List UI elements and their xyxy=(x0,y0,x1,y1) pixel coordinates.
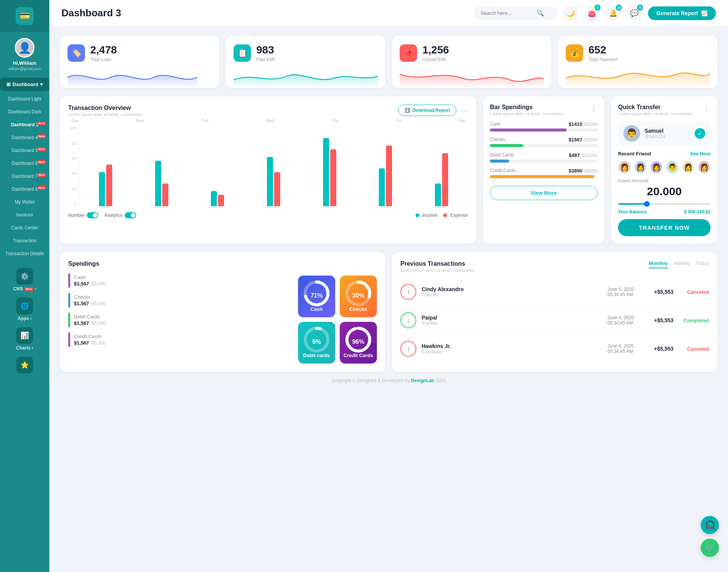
wallet-btn[interactable]: 👛 2 xyxy=(584,6,599,21)
transfer-check-icon[interactable]: ✓ xyxy=(695,128,705,139)
sidebar-item-cards-center[interactable]: Cards Center xyxy=(0,221,49,234)
analytics-toggle[interactable] xyxy=(125,212,136,218)
new-badge: New xyxy=(37,134,46,138)
credit-amount: $3890 xyxy=(569,168,582,174)
tab-today[interactable]: Today xyxy=(696,260,709,268)
transfer-user-handle: @sam224 xyxy=(645,134,665,139)
friend-avatar-3[interactable]: 👩 xyxy=(650,160,663,174)
chevron-right-icon: › xyxy=(35,286,36,291)
prev-transactions-title: Previous Transactions xyxy=(400,260,475,267)
sidebar-section-star: ⭐ xyxy=(0,354,49,378)
cms-label[interactable]: CMS New › xyxy=(13,286,36,291)
cash-color-bar xyxy=(68,273,70,288)
friend-avatar-4[interactable]: 👨 xyxy=(666,160,679,174)
txn-amount-1: +$5,553 xyxy=(647,317,673,323)
search-bar[interactable]: 🔍 xyxy=(474,6,557,20)
txn-type-2: Cashback xyxy=(422,349,451,354)
sidebar-logo: 💳 xyxy=(0,0,49,32)
debit-tile-pct: 5% xyxy=(312,338,321,345)
tab-monthly[interactable]: Monthly xyxy=(649,260,668,268)
credit-tile-pct: 96% xyxy=(352,338,364,345)
bar-red xyxy=(106,165,112,206)
support-float-btn[interactable]: 🎧 xyxy=(701,516,719,534)
moon-btn[interactable]: 🌙 xyxy=(563,6,578,21)
income-dot xyxy=(416,213,419,217)
avatar: 👤 xyxy=(15,38,35,58)
sidebar-item-dashboard7[interactable]: Dashboard 7 New xyxy=(0,170,49,183)
friend-avatar-2[interactable]: 👩 xyxy=(634,160,647,174)
stat-card-total-payment: 💰 652 Total Payment xyxy=(558,36,717,88)
sidebar-item-my-wallet[interactable]: My Wallet xyxy=(0,196,49,208)
quick-transfer-more-icon[interactable]: ⋮ xyxy=(703,104,711,113)
spending-row-credit: Credit Cards $3890 /$4000 xyxy=(490,168,598,178)
sidebar-item-invoices[interactable]: Invoices xyxy=(0,208,49,221)
middle-row: Transaction Overview Lorem ipsum dolor s… xyxy=(60,96,717,244)
apps-label[interactable]: Apps › xyxy=(18,316,32,321)
bar-group-tue xyxy=(211,191,224,206)
headset-icon: 🎧 xyxy=(705,520,715,530)
txn-amount-0: +$5,553 xyxy=(647,289,673,295)
star-icon-btn[interactable]: ⭐ xyxy=(16,357,33,373)
transaction-overview-subtitle: Lorem ipsum dolor sit amet, consectetur xyxy=(68,112,143,117)
apps-icon-btn[interactable]: 🌐 xyxy=(16,298,33,314)
analytics-legend-label: Analytics xyxy=(104,213,122,218)
debit-item-amount: $1,567 xyxy=(74,320,89,326)
logo-icon[interactable]: 💳 xyxy=(16,7,34,25)
sidebar-item-dashboard5[interactable]: Dashboard 5 New xyxy=(0,144,49,157)
bar-group-sun xyxy=(99,165,112,206)
debit-label: Debit Cards xyxy=(490,152,514,158)
bar-red xyxy=(442,153,448,206)
dashboard-menu-btn[interactable]: ⊞ Dashboard ▾ xyxy=(0,78,49,91)
cash-label: Cash xyxy=(490,121,500,127)
sidebar-item-dashboard6[interactable]: Dashboard 6 New xyxy=(0,157,49,170)
sidebar-item-transaction-details[interactable]: Transaction Details xyxy=(0,247,49,260)
transfer-now-button[interactable]: TRANSFER NOW xyxy=(618,219,711,236)
txn-type-0: Transfer xyxy=(422,292,464,298)
cms-icon-btn[interactable]: ⚙️ xyxy=(16,268,33,285)
friend-avatar-5[interactable]: 👩 xyxy=(682,160,695,174)
prev-transactions-card: Previous Transactions Lorem ipsum dolor … xyxy=(392,252,717,372)
number-toggle[interactable] xyxy=(87,212,98,218)
see-more-link[interactable]: See More xyxy=(690,151,711,157)
bar-group-fri xyxy=(379,146,392,206)
prev-transactions-subtitle: Lorem ipsum dolor sit amet, consectetur xyxy=(400,268,475,273)
txn-row-1: ↓ Paipal Transfer June 4, 2020 05:34:45 … xyxy=(400,306,709,335)
bar-spendings-more-icon[interactable]: ⋮ xyxy=(590,104,598,113)
bell-btn[interactable]: 🔔 12 xyxy=(606,6,621,21)
bar-spendings-subtitle: Lorem ipsum dolor sit amet, consectetur xyxy=(490,111,564,116)
download-report-button[interactable]: ⬇️ Download Report xyxy=(398,105,457,116)
bar-teal xyxy=(323,138,329,206)
bar-red xyxy=(274,172,280,206)
generate-report-button[interactable]: Generate Report 📈 xyxy=(648,6,716,20)
cash-amount: $1415 xyxy=(569,121,582,127)
search-input[interactable] xyxy=(480,10,533,16)
charts-icon-btn[interactable]: 📊 xyxy=(16,327,33,344)
sidebar-item-dashboard3[interactable]: Dashboard 3 New xyxy=(0,118,49,131)
tab-weekly[interactable]: Weekly xyxy=(674,260,690,268)
bar-teal xyxy=(211,191,217,206)
friend-avatar-1[interactable]: 👩 xyxy=(618,160,631,174)
cart-float-btn[interactable]: 🛒 xyxy=(701,539,719,557)
sidebar-item-dashboard4[interactable]: Dashboard 4 New xyxy=(0,131,49,144)
amount-slider[interactable] xyxy=(618,203,711,205)
wallet-badge: 2 xyxy=(595,5,601,11)
sidebar-item-dashboard-light[interactable]: Dashboard Light xyxy=(0,92,49,105)
number-legend-label: Number xyxy=(68,213,85,218)
sidebar-item-dashboard8[interactable]: Dashboard 8 New xyxy=(0,183,49,196)
message-btn[interactable]: 💬 5 xyxy=(627,6,642,21)
txn-name-1: Paipal xyxy=(422,315,438,321)
friend-avatar-6[interactable]: 👩 xyxy=(698,160,711,174)
bar-red xyxy=(330,149,336,206)
view-more-button[interactable]: View More xyxy=(490,186,598,200)
bar-group-mon xyxy=(155,161,168,206)
sidebar-item-dashboard-dark[interactable]: Dashboard Dark xyxy=(0,105,49,118)
bar-teal xyxy=(379,168,385,206)
charts-label[interactable]: Charts › xyxy=(16,345,33,351)
checks-amount: $1567 xyxy=(569,137,582,143)
download-icon: ⬇️ xyxy=(405,108,410,113)
chart-icon: 📈 xyxy=(701,10,708,16)
more-options-icon[interactable]: ⋯ xyxy=(460,106,468,115)
checks-item-amount: $1,567 xyxy=(74,301,89,306)
txn-icon-1: ↓ xyxy=(400,312,416,328)
sidebar-item-transaction[interactable]: Transaction xyxy=(0,234,49,247)
